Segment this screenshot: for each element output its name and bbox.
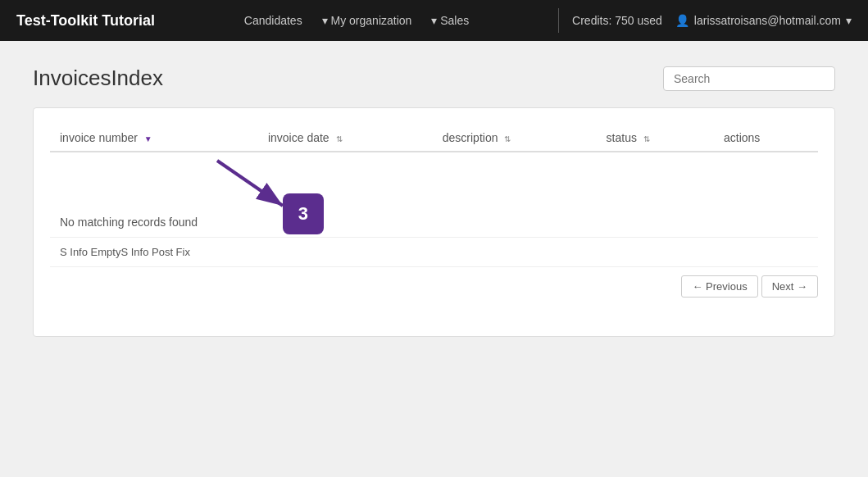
navbar: Test-Toolkit Tutorial Candidates ▾ My or…	[0, 0, 868, 41]
col-description[interactable]: description ⇅	[433, 125, 597, 152]
info-text: S Info EmptyS Info Post Fix	[60, 246, 190, 258]
nav-my-organization[interactable]: ▾ My organization	[322, 14, 412, 27]
col-invoice-number[interactable]: invoice number ▼	[50, 125, 258, 152]
main-content: InvoicesIndex invoice number ▼ invoice d…	[0, 41, 868, 361]
user-info[interactable]: 👤 larissatroisans@hotmail.com ▾	[675, 14, 852, 27]
credits-display: Credits: 750 used	[572, 14, 662, 27]
next-button[interactable]: Next →	[761, 275, 818, 298]
nav-candidates[interactable]: Candidates	[244, 14, 302, 27]
table-row-info: S Info EmptyS Info Post Fix	[50, 238, 818, 267]
empty-message: No matching records found	[60, 216, 198, 229]
navbar-brand: Test-Toolkit Tutorial	[16, 12, 155, 30]
user-dropdown-arrow: ▾	[846, 14, 852, 27]
col-actions: actions	[714, 125, 818, 152]
user-icon: 👤	[675, 14, 689, 27]
search-input[interactable]	[663, 66, 835, 91]
dropdown-arrow-icon-sales: ▾	[431, 14, 440, 27]
navbar-divider	[558, 8, 559, 33]
col-status[interactable]: status ⇅	[597, 125, 714, 152]
search-bar-container	[663, 66, 835, 91]
nav-sales[interactable]: ▾ Sales	[431, 14, 469, 27]
sort-icon-invoice-number: ▼	[144, 134, 152, 143]
annotation-number-badge: 3	[283, 193, 324, 234]
invoices-table: invoice number ▼ invoice date ⇅ descript…	[50, 125, 818, 267]
table-header-row: invoice number ▼ invoice date ⇅ descript…	[50, 125, 818, 152]
table-card: invoice number ▼ invoice date ⇅ descript…	[33, 107, 835, 337]
sort-icon-status: ⇅	[643, 134, 650, 143]
sort-icon-invoice-date: ⇅	[336, 134, 343, 143]
svg-line-1	[217, 161, 283, 206]
table-row-empty: No matching records found	[50, 152, 818, 238]
navbar-center: Candidates ▾ My organization ▾ Sales	[244, 14, 469, 27]
col-invoice-date[interactable]: invoice date ⇅	[258, 125, 433, 152]
pagination-container: ← Previous Next →	[50, 267, 818, 298]
navbar-right: Credits: 750 used 👤 larissatroisans@hotm…	[558, 8, 852, 33]
info-text-cell: S Info EmptyS Info Post Fix	[50, 238, 818, 267]
user-email: larissatroisans@hotmail.com	[694, 14, 841, 27]
dropdown-arrow-icon: ▾	[322, 14, 331, 27]
previous-button[interactable]: ← Previous	[681, 275, 757, 298]
empty-message-cell: No matching records found	[50, 152, 818, 238]
sort-icon-description: ⇅	[504, 134, 511, 143]
